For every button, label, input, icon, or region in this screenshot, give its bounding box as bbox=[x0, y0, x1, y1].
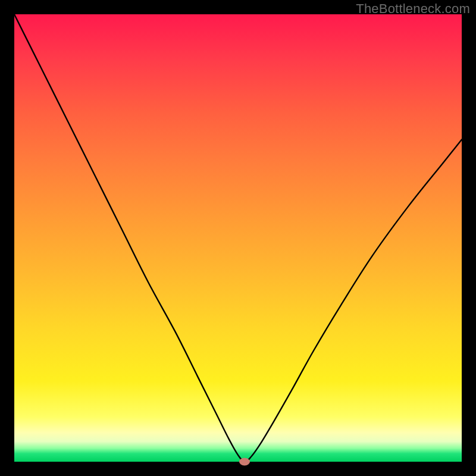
plot-area bbox=[14, 14, 462, 462]
curve-svg bbox=[14, 14, 462, 462]
optimal-marker bbox=[239, 458, 250, 466]
bottleneck-curve bbox=[14, 14, 462, 462]
chart-frame: TheBottleneck.com bbox=[0, 0, 476, 476]
